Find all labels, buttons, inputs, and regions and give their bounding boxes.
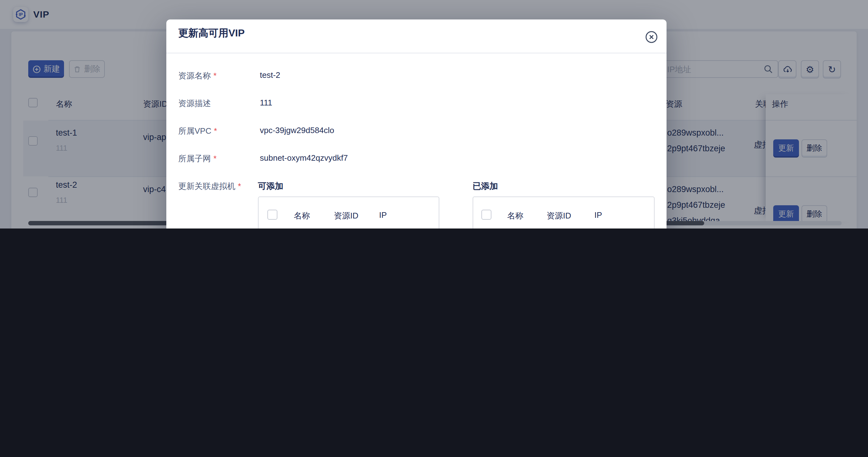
col-header-ip: IP (379, 210, 387, 220)
select-all-checkbox[interactable] (267, 210, 277, 220)
col-header-ip: IP (594, 210, 602, 220)
screen: IP VIP 新建 删除 ⚙ ↻ (0, 0, 868, 228)
transfer-right-title: 已添加 (473, 181, 498, 192)
field-value-desc: 111 (260, 98, 272, 108)
col-header-name: 名称 (294, 210, 310, 222)
field-label: 所属子网* (178, 153, 217, 164)
col-header-name: 名称 (507, 210, 523, 222)
transfer-list-added: 名称 资源ID IP hos t-2 vm- o28 9ws pxob l984… (473, 196, 655, 228)
field-value-vpc: vpc-39jgw29d584clo (260, 126, 334, 135)
transfer-list-available: 名称 资源ID IP ho st- 3 vm- q3kj 5oh vdd qaw… (258, 196, 439, 228)
field-label: 资源描述 (178, 98, 211, 109)
close-icon (645, 31, 658, 43)
required-marker: * (238, 181, 241, 191)
dialog-title: 更新高可用VIP (178, 27, 245, 40)
field-value-subnet: subnet-oxym42qzvydkf7 (260, 153, 348, 162)
required-marker: * (214, 126, 217, 135)
transfer-left-title: 可添加 (258, 181, 283, 192)
required-marker: * (213, 154, 217, 163)
field-label: 资源名称* (178, 70, 217, 82)
close-button[interactable] (645, 31, 658, 43)
select-all-checkbox[interactable] (482, 210, 491, 220)
field-label-transfer: 更新关联虚拟机* (178, 181, 241, 192)
field-value-name: test-2 (260, 70, 280, 80)
col-header-id: 资源ID (547, 210, 571, 222)
update-vip-dialog: 更新高可用VIP 资源名称* test-2 资源描述 111 所属VPC* vp… (166, 20, 666, 228)
field-label: 所属VPC* (178, 126, 217, 137)
col-header-id: 资源ID (334, 210, 359, 222)
required-marker: * (213, 71, 217, 80)
